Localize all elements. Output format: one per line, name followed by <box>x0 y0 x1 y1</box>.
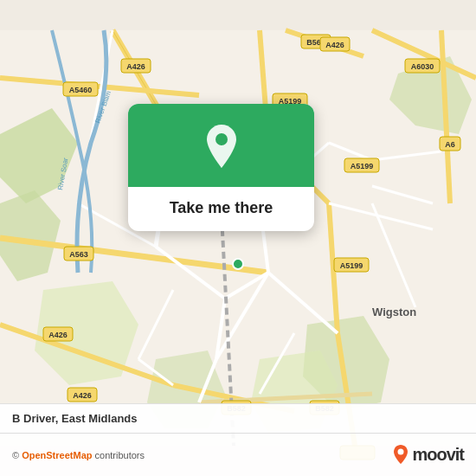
attribution-text: © OpenStreetMap contributors <box>12 450 145 460</box>
svg-point-75 <box>233 259 243 269</box>
location-text: B Driver, East Midlands <box>12 412 138 425</box>
svg-text:A426: A426 <box>48 331 68 339</box>
svg-text:A5460: A5460 <box>69 86 93 94</box>
svg-point-77 <box>398 448 404 454</box>
moovit-logo: moovit <box>392 444 464 466</box>
take-me-there-button[interactable]: Take me there <box>156 187 287 231</box>
svg-text:A426: A426 <box>73 391 92 400</box>
map-container: A426 A5460 A6030 B568 A426 A5199 A5199 A… <box>0 0 476 476</box>
svg-text:A563: A563 <box>69 250 88 259</box>
moovit-pin-icon <box>392 444 409 466</box>
svg-text:Wigston: Wigston <box>372 306 416 318</box>
svg-text:A6: A6 <box>445 140 455 149</box>
location-pin-icon <box>202 123 241 171</box>
moovit-text: moovit <box>412 445 464 465</box>
svg-text:A426: A426 <box>126 62 145 71</box>
svg-point-76 <box>215 133 228 145</box>
card-overlay[interactable]: Take me there <box>128 104 314 231</box>
svg-text:A426: A426 <box>325 41 344 49</box>
openstreetmap-link[interactable]: OpenStreetMap <box>22 450 92 460</box>
svg-text:A5199: A5199 <box>351 162 374 170</box>
attribution-bar: © OpenStreetMap contributors moovit <box>0 433 476 476</box>
svg-text:A5199: A5199 <box>340 261 363 270</box>
location-info-bar: B Driver, East Midlands <box>0 403 476 433</box>
card-green-area <box>128 104 314 187</box>
svg-text:A6030: A6030 <box>411 62 434 71</box>
